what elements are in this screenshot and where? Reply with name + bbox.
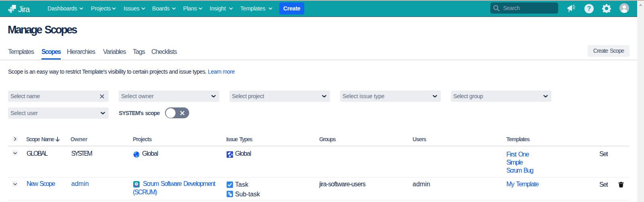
svg-text:?: ? bbox=[587, 5, 591, 12]
